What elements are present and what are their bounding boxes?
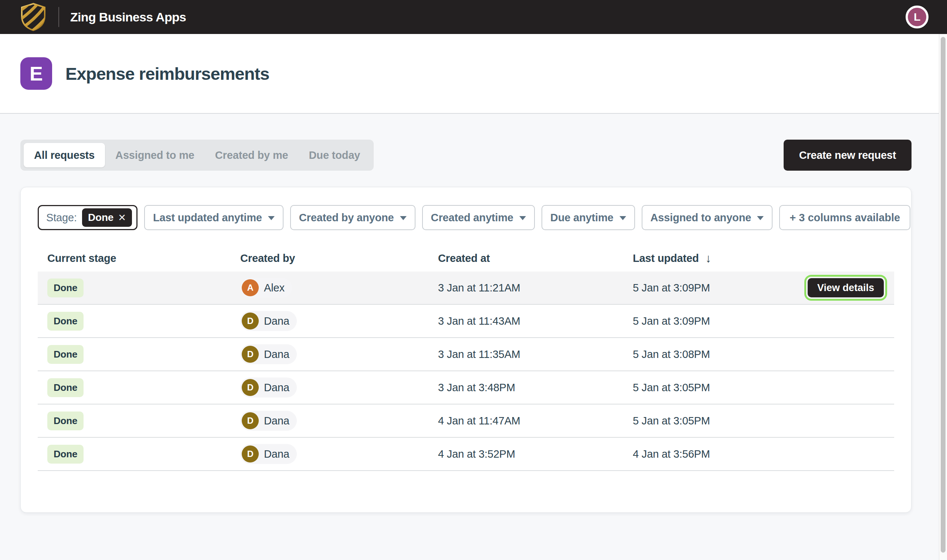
scrollbar-track[interactable] bbox=[939, 34, 947, 560]
tab[interactable]: All requests bbox=[24, 143, 105, 167]
last-updated-cell: 4 Jan at 3:56PM bbox=[623, 448, 791, 460]
filter-row: Stage: Done ✕ Last updated anytime Creat… bbox=[38, 205, 894, 230]
filter-dropdown[interactable]: Last updated anytime bbox=[144, 205, 284, 230]
person-avatar: D bbox=[242, 312, 259, 329]
filter-dropdown[interactable]: Created anytime bbox=[422, 205, 535, 230]
filter-dropdown-label: Due anytime bbox=[551, 212, 614, 224]
table-row[interactable]: Done D Dana 3 Jan at 3:48PM 5 Jan at 3:0… bbox=[38, 371, 894, 405]
created-by-cell: A Alex bbox=[231, 278, 429, 298]
actions-cell: View details bbox=[791, 278, 894, 297]
chevron-down-icon bbox=[268, 216, 275, 220]
person-avatar: D bbox=[242, 446, 259, 463]
gold-shield-icon[interactable] bbox=[19, 3, 47, 31]
app-name: Zing Business Apps bbox=[70, 10, 186, 25]
person-chip: D Dana bbox=[240, 344, 297, 364]
topbar-divider bbox=[59, 7, 59, 27]
tab[interactable]: Assigned to me bbox=[105, 143, 205, 167]
person-chip: D Dana bbox=[240, 377, 297, 397]
toolbar: All requests Assigned to me Created by m… bbox=[20, 140, 912, 171]
person-avatar: A bbox=[242, 279, 259, 296]
stage-badge: Done bbox=[47, 345, 83, 364]
stage-filter-label: Stage: bbox=[46, 212, 77, 224]
person-name: Dana bbox=[264, 415, 289, 427]
last-updated-cell: 5 Jan at 3:09PM bbox=[623, 315, 791, 327]
page-title: Expense reimbursements bbox=[65, 63, 269, 84]
columns-available-button[interactable]: + 3 columns available bbox=[779, 205, 910, 230]
content-area: All requests Assigned to me Created by m… bbox=[0, 114, 939, 513]
table-row[interactable]: Done D Dana 4 Jan at 3:52PM 4 Jan at 3:5… bbox=[38, 438, 894, 471]
created-by-cell: D Dana bbox=[231, 411, 429, 431]
scrollbar-thumb[interactable] bbox=[941, 37, 945, 552]
app-tile-icon: E bbox=[20, 57, 52, 90]
table-row[interactable]: Done D Dana 4 Jan at 11:47AM 5 Jan at 3:… bbox=[38, 405, 894, 438]
created-by-cell: D Dana bbox=[231, 344, 429, 364]
chevron-down-icon bbox=[400, 216, 407, 220]
remove-filter-icon[interactable]: ✕ bbox=[118, 212, 126, 223]
person-chip: D Dana bbox=[240, 444, 297, 464]
current-stage-cell: Done bbox=[38, 345, 231, 364]
table-row[interactable]: Done D Dana 3 Jan at 11:43AM 5 Jan at 3:… bbox=[38, 305, 894, 338]
page-header: E Expense reimbursements bbox=[0, 34, 939, 114]
person-avatar: D bbox=[242, 379, 259, 396]
person-name: Dana bbox=[264, 448, 289, 460]
current-stage-cell: Done bbox=[38, 278, 231, 297]
view-details-button[interactable]: View details bbox=[808, 278, 884, 297]
stage-filter-value-pill: Done ✕ bbox=[82, 208, 132, 227]
page: E Expense reimbursements All requests As… bbox=[0, 34, 939, 513]
requests-card: Stage: Done ✕ Last updated anytime Creat… bbox=[20, 187, 912, 513]
sort-descending-icon[interactable]: ↓ bbox=[706, 252, 711, 265]
stage-badge: Done bbox=[47, 312, 83, 331]
created-at-cell: 3 Jan at 11:43AM bbox=[429, 315, 623, 327]
tab[interactable]: Due today bbox=[299, 143, 371, 167]
person-name: Alex bbox=[264, 282, 285, 294]
filter-dropdown[interactable]: Created by anyone bbox=[290, 205, 415, 230]
created-at-cell: 3 Jan at 11:35AM bbox=[429, 348, 623, 360]
person-chip: D Dana bbox=[240, 311, 297, 331]
tab[interactable]: Created by me bbox=[205, 143, 299, 167]
last-updated-cell: 5 Jan at 3:05PM bbox=[623, 382, 791, 394]
filter-dropdown-label: Assigned to anyone bbox=[651, 212, 751, 224]
person-name: Dana bbox=[264, 315, 289, 327]
person-name: Dana bbox=[264, 348, 289, 360]
column-header-created-at[interactable]: Created at bbox=[429, 252, 623, 265]
filter-dropdown[interactable]: Due anytime bbox=[541, 205, 635, 230]
filter-dropdown-label: Last updated anytime bbox=[153, 212, 262, 224]
created-at-cell: 4 Jan at 3:52PM bbox=[429, 448, 623, 460]
filter-dropdown-label: Created anytime bbox=[431, 212, 514, 224]
person-avatar: D bbox=[242, 412, 259, 429]
last-updated-cell: 5 Jan at 3:05PM bbox=[623, 415, 791, 427]
create-new-request-button[interactable]: Create new request bbox=[784, 140, 912, 171]
user-avatar[interactable]: L bbox=[905, 6, 928, 28]
chevron-down-icon bbox=[519, 216, 526, 220]
last-updated-cell: 5 Jan at 3:08PM bbox=[623, 348, 791, 360]
last-updated-cell: 5 Jan at 3:09PM bbox=[623, 282, 791, 294]
created-at-cell: 4 Jan at 11:47AM bbox=[429, 415, 623, 427]
table-row[interactable]: Done A Alex 3 Jan at 11:21AM 5 Jan at 3:… bbox=[38, 271, 894, 305]
column-header-current-stage[interactable]: Current stage bbox=[38, 252, 231, 265]
column-header-created-by[interactable]: Created by bbox=[231, 252, 429, 265]
created-at-cell: 3 Jan at 3:48PM bbox=[429, 382, 623, 394]
created-by-cell: D Dana bbox=[231, 311, 429, 331]
person-chip: D Dana bbox=[240, 411, 297, 431]
current-stage-cell: Done bbox=[38, 411, 231, 430]
stage-filter-value: Done bbox=[88, 212, 114, 223]
created-by-cell: D Dana bbox=[231, 377, 429, 397]
current-stage-cell: Done bbox=[38, 378, 231, 397]
chevron-down-icon bbox=[757, 216, 763, 220]
person-name: Dana bbox=[264, 382, 289, 394]
column-header-last-updated[interactable]: Last updated ↓ bbox=[623, 252, 791, 265]
table-row[interactable]: Done D Dana 3 Jan at 11:35AM 5 Jan at 3:… bbox=[38, 338, 894, 371]
tabs-group: All requests Assigned to me Created by m… bbox=[20, 140, 374, 171]
stage-filter-chip[interactable]: Stage: Done ✕ bbox=[38, 205, 137, 230]
filter-dropdown[interactable]: Assigned to anyone bbox=[642, 205, 773, 230]
stage-badge: Done bbox=[47, 378, 83, 397]
topbar: Zing Business Apps L bbox=[0, 0, 947, 34]
table-header: Current stage Created by Created at Last… bbox=[38, 245, 894, 271]
stage-badge: Done bbox=[47, 278, 83, 297]
created-at-cell: 3 Jan at 11:21AM bbox=[429, 282, 623, 294]
filter-dropdown-label: Created by anyone bbox=[299, 212, 394, 224]
current-stage-cell: Done bbox=[38, 445, 231, 464]
stage-badge: Done bbox=[47, 445, 83, 464]
chevron-down-icon bbox=[620, 216, 626, 220]
stage-badge: Done bbox=[47, 411, 83, 430]
